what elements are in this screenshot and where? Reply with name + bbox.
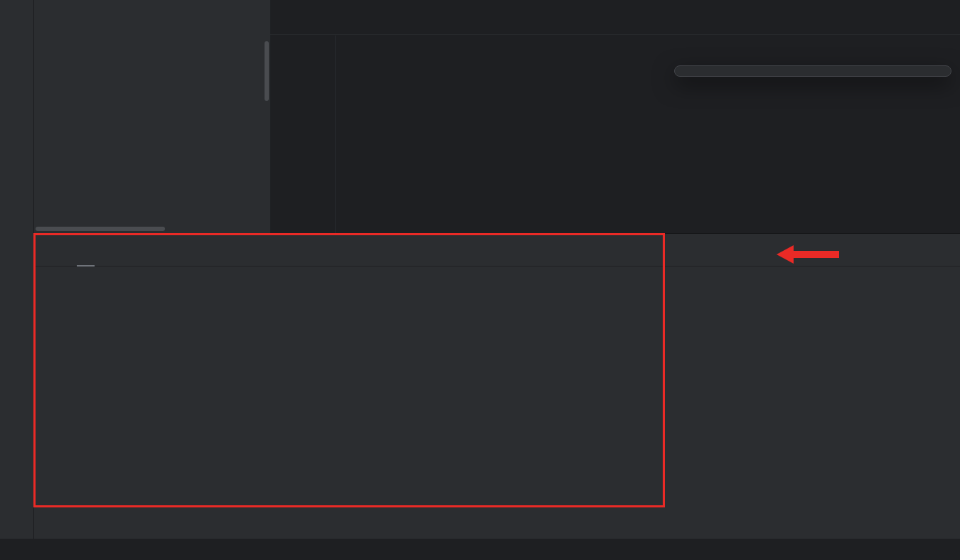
find-toolbar bbox=[34, 266, 65, 539]
find-tool-window bbox=[34, 233, 960, 539]
project-scrollbar-vertical[interactable] bbox=[265, 41, 269, 101]
find-panel-body bbox=[34, 266, 960, 539]
project-panel-header bbox=[34, 0, 270, 40]
project-scrollbar-horizontal[interactable] bbox=[36, 227, 165, 231]
editor-tab-bar bbox=[270, 0, 960, 35]
find-results-tree bbox=[65, 266, 960, 539]
code-editor[interactable] bbox=[270, 35, 960, 44]
gutter-divider bbox=[335, 36, 336, 233]
find-panel-header bbox=[34, 234, 960, 266]
editor-area bbox=[270, 0, 960, 233]
status-bar bbox=[0, 539, 960, 560]
find-results-tab[interactable] bbox=[77, 257, 95, 266]
editor-context-menu bbox=[674, 65, 951, 77]
activity-bar bbox=[0, 0, 34, 539]
project-panel bbox=[34, 0, 270, 233]
